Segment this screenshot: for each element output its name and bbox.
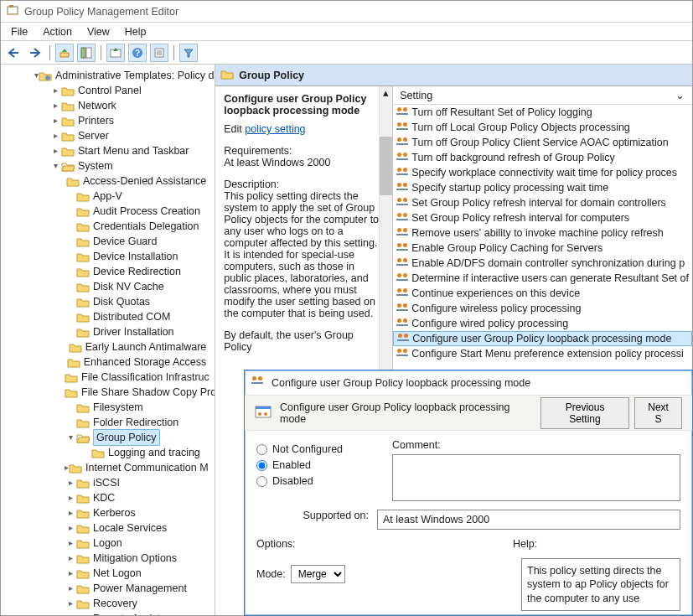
policy-row[interactable]: Determine if interactive users can gener…: [393, 271, 692, 286]
expand-icon[interactable]: ▸: [65, 551, 76, 566]
policy-row[interactable]: Set Group Policy refresh interval for co…: [393, 210, 692, 225]
tree-item[interactable]: ▸Printers: [1, 113, 215, 128]
help-button[interactable]: ?: [128, 44, 147, 62]
tree-item[interactable]: ▸Control Panel: [1, 83, 215, 98]
show-hide-tree-button[interactable]: [77, 44, 96, 62]
tree-item-label: File Classification Infrastruc: [81, 370, 215, 385]
tree-item[interactable]: Folder Redirection: [1, 415, 215, 430]
tree-item[interactable]: Enhanced Storage Access: [1, 355, 215, 370]
navigation-tree[interactable]: ▾Administrative Templates: Policy d▸Cont…: [1, 65, 215, 615]
tree-item[interactable]: Driver Installation: [1, 324, 215, 339]
tree-item[interactable]: Access-Denied Assistance: [1, 173, 215, 189]
tree-item[interactable]: ▸KDC: [1, 490, 215, 505]
policy-row[interactable]: Turn off Group Policy Client Service AOA…: [393, 135, 692, 150]
column-sort-icon[interactable]: ⌄: [667, 86, 692, 104]
policy-row[interactable]: Turn off Resultant Set of Policy logging: [393, 105, 692, 120]
expand-icon[interactable]: ▸: [65, 475, 76, 490]
expand-icon[interactable]: ▸: [65, 490, 76, 505]
radio-not-configured[interactable]: Not Configured: [256, 443, 382, 455]
tree-item[interactable]: App-V: [1, 189, 215, 204]
export-list-button[interactable]: [106, 44, 125, 62]
expand-icon[interactable]: ▸: [49, 113, 61, 128]
expand-icon[interactable]: ▸: [49, 143, 61, 158]
menu-action[interactable]: Action: [36, 24, 79, 39]
next-setting-button[interactable]: Next S: [634, 397, 682, 429]
properties-button[interactable]: [150, 44, 168, 62]
expand-icon[interactable]: ▸: [65, 596, 76, 611]
filter-button[interactable]: [179, 44, 198, 62]
tree-item[interactable]: ▸Server: [1, 128, 215, 143]
policy-row[interactable]: Specify startup policy processing wait t…: [393, 180, 692, 195]
tree-item[interactable]: ▸Start Menu and Taskbar: [1, 143, 215, 158]
folder-icon: [76, 251, 90, 262]
tree-item[interactable]: Device Redirection: [1, 264, 215, 279]
scroll-thumb[interactable]: [380, 137, 392, 195]
tree-item[interactable]: ▾System: [1, 158, 215, 173]
tree-item[interactable]: Credentials Delegation: [1, 219, 215, 234]
column-setting[interactable]: Setting: [393, 87, 667, 104]
tree-item[interactable]: ▸Locale Services: [1, 520, 215, 536]
tree-item[interactable]: Device Guard: [1, 234, 215, 249]
tree-item[interactable]: ▾Administrative Templates: Policy d: [1, 68, 215, 83]
list-columns[interactable]: Setting ⌄: [393, 86, 692, 105]
policy-row[interactable]: Turn off Local Group Policy Objects proc…: [393, 120, 692, 135]
tree-item[interactable]: ▸Kerberos: [1, 505, 215, 520]
expand-icon[interactable]: ▸: [65, 505, 76, 520]
tree-item[interactable]: Disk NV Cache: [1, 279, 215, 294]
tree-item[interactable]: Early Launch Antimalware: [1, 339, 215, 355]
tree-item[interactable]: Filesystem: [1, 400, 215, 415]
expand-icon[interactable]: ▸: [65, 536, 76, 551]
tree-item[interactable]: File Classification Infrastruc: [1, 370, 215, 385]
previous-setting-button[interactable]: Previous Setting: [540, 397, 629, 429]
policy-row[interactable]: Remove users' ability to invoke machine …: [393, 225, 692, 241]
comment-textbox[interactable]: [392, 454, 680, 501]
forward-button[interactable]: [26, 44, 44, 62]
tree-item[interactable]: ▸Recovery: [1, 596, 215, 611]
tree-item[interactable]: ▸Remote Assistance: [1, 611, 215, 615]
policy-row[interactable]: Continue experiences on this device: [393, 286, 692, 301]
expand-icon[interactable]: ▾: [49, 158, 61, 173]
policy-row[interactable]: Configure wireless policy processing: [393, 301, 692, 316]
expand-icon[interactable]: ▸: [65, 611, 76, 615]
tree-item[interactable]: Distributed COM: [1, 309, 215, 324]
tree-item[interactable]: ▸Mitigation Options: [1, 551, 215, 566]
policy-row[interactable]: Set Group Policy refresh interval for do…: [393, 195, 692, 210]
tree-item[interactable]: ▸iSCSI: [1, 475, 215, 490]
tree-item[interactable]: ▾Group Policy: [1, 430, 215, 445]
expand-icon[interactable]: ▾: [65, 430, 76, 445]
tree-item[interactable]: ▸Network: [1, 98, 215, 113]
tree-item[interactable]: ▸Net Logon: [1, 566, 215, 581]
back-button[interactable]: [4, 44, 23, 62]
expand-icon[interactable]: ▸: [65, 520, 76, 536]
expand-icon[interactable]: ▸: [65, 581, 76, 596]
policy-icon: [396, 212, 408, 224]
expand-icon[interactable]: ▸: [65, 566, 76, 581]
menu-help[interactable]: Help: [118, 24, 153, 39]
up-button[interactable]: [55, 44, 74, 62]
edit-policy-link[interactable]: policy setting: [245, 123, 305, 135]
policy-row[interactable]: Configure Start Menu preference extensio…: [393, 346, 692, 361]
scroll-up-icon[interactable]: ▴: [380, 86, 392, 99]
menu-file[interactable]: File: [4, 24, 34, 39]
policy-row[interactable]: Enable Group Policy Caching for Servers: [393, 241, 692, 256]
tree-item[interactable]: Audit Process Creation: [1, 204, 215, 219]
tree-item[interactable]: File Share Shadow Copy Pro: [1, 385, 215, 400]
tree-item[interactable]: Logging and tracing: [1, 445, 215, 460]
menu-view[interactable]: View: [80, 24, 116, 39]
tree-item[interactable]: ▸Logon: [1, 536, 215, 551]
policy-row[interactable]: Enable AD/DFS domain controller synchron…: [393, 256, 692, 271]
expand-icon[interactable]: ▸: [49, 98, 61, 113]
radio-enabled[interactable]: Enabled: [256, 459, 382, 471]
radio-disabled[interactable]: Disabled: [256, 475, 382, 487]
policy-row[interactable]: Specify workplace connectivity wait time…: [393, 165, 692, 180]
tree-item[interactable]: Device Installation: [1, 249, 215, 264]
policy-row[interactable]: Configure wired policy processing: [393, 316, 692, 331]
expand-icon[interactable]: ▸: [49, 128, 61, 143]
tree-item[interactable]: ▸Power Management: [1, 581, 215, 596]
policy-row[interactable]: Configure user Group Policy loopback pro…: [393, 331, 692, 346]
expand-icon[interactable]: ▸: [49, 83, 61, 98]
policy-row[interactable]: Turn off background refresh of Group Pol…: [393, 150, 692, 165]
tree-item[interactable]: ▸Internet Communication M: [1, 460, 215, 475]
tree-item[interactable]: Disk Quotas: [1, 294, 215, 309]
mode-select[interactable]: Merge: [291, 565, 345, 583]
